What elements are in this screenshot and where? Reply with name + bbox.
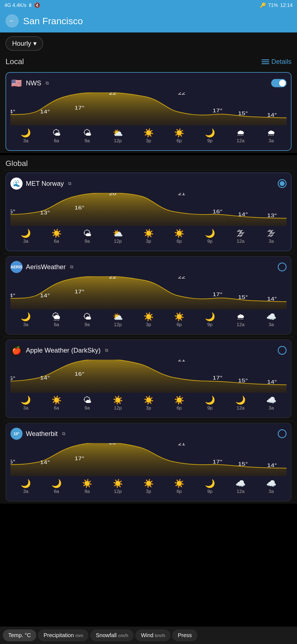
met-icon-6: 🌙9p [194, 229, 225, 244]
wb-icon-4: ☀️3p [133, 479, 164, 494]
apple-icon-6: 🌙9p [194, 396, 225, 411]
aeris-name: AerisWeather [26, 263, 66, 271]
svg-text:14°: 14° [238, 212, 248, 217]
aeris-icon-0: 🌙3a [10, 313, 41, 328]
aeris-radio[interactable] [278, 263, 287, 271]
met-norway-external-icon[interactable]: ⧉ [68, 181, 71, 186]
svg-text:14°: 14° [10, 293, 15, 298]
aeris-source: AERIS AerisWeather ⧉ [10, 261, 73, 273]
nws-logo: 🇺🇸 [10, 77, 23, 89]
weatherbit-source: 10° Weatherbit ⧉ [10, 428, 65, 440]
nws-toggle[interactable] [271, 79, 287, 87]
aeris-card: AERIS AerisWeather ⧉ 14° [6, 256, 292, 335]
met-icon-7: 🌫12a [225, 229, 256, 244]
weatherbit-name: Weatherbit [26, 430, 58, 438]
weatherbit-icons-row: 🌙3a 🌙6a ☀️9a ☀️12p ☀️3p ☀️6p 🌙9p ☁️12a ☁… [10, 477, 287, 496]
apple-icon-4: ☀️3p [133, 396, 164, 411]
apple-logo: 🍎 [10, 344, 23, 356]
nws-icons-row: 🌙3a 🌤6a 🌤9a ⛅12p ☀️3p ☀️6p 🌙9p 🌧12a 🌧3a [10, 127, 287, 146]
status-signal: 4G 4.4K/s ⏸ 🔇 [4, 2, 40, 8]
hourly-button[interactable]: Hourly ▾ [6, 36, 43, 51]
svg-text:15°: 15° [10, 376, 15, 381]
wb-icon-3: ☀️12p [103, 479, 133, 494]
apple-icon-7: 🌙12a [225, 396, 256, 411]
svg-text:21°: 21° [178, 193, 188, 196]
met-norway-chart-svg: 15° 13° 16° 20° 21° 21° 16° 14° 13° [10, 193, 287, 226]
wb-icon-0: 🌙3a [10, 479, 41, 494]
aeris-chart-svg: 14° 14° 17° 22° 23° 22° 17° 15° 14° [10, 276, 287, 309]
weatherbit-card-section: 10° Weatherbit ⧉ 15° [0, 421, 297, 504]
weatherbit-logo: 10° [10, 428, 23, 440]
nws-icon-6: 🌙9p [194, 129, 225, 144]
controls-bar: Hourly ▾ [0, 32, 297, 54]
details-label: Details [271, 58, 292, 66]
svg-text:16°: 16° [213, 209, 222, 214]
wb-icon-2: ☀️9a [72, 479, 103, 494]
nws-icon-3: ⛅12p [103, 129, 133, 144]
aeris-logo: AERIS [10, 261, 23, 273]
back-icon: ← [9, 17, 15, 24]
nws-external-icon[interactable]: ⧉ [46, 81, 49, 86]
met-norway-radio[interactable] [278, 179, 287, 188]
nws-card-section: 🇺🇸 NWS ⧉ [0, 70, 297, 153]
details-button[interactable]: Details [262, 58, 292, 66]
svg-text:16°: 16° [75, 371, 84, 377]
svg-text:22°: 22° [109, 360, 119, 361]
details-icon [262, 59, 269, 64]
status-bar: 4G 4.4K/s ⏸ 🔇 🔑 71% 12:14 [0, 0, 297, 10]
apple-radio[interactable] [278, 346, 287, 355]
svg-text:23°: 23° [144, 276, 153, 277]
local-section-header: Local Details [0, 54, 297, 70]
nws-temp-5: 22° [178, 92, 188, 95]
aeris-external-icon[interactable]: ⧉ [70, 264, 73, 269]
nws-temp-6: 17° [213, 108, 222, 113]
svg-text:14°: 14° [267, 296, 277, 302]
nws-icon-7: 🌧12a [225, 129, 256, 144]
apple-icons-row: 🌙3a ☀️6a 🌤9a ☀️12p ☀️3p ☀️6p 🌙9p 🌙12a ☁️… [10, 394, 287, 413]
apple-icon-3: ☀️12p [103, 396, 133, 411]
nws-temp-8: 14° [267, 112, 277, 118]
dropdown-icon: ▾ [33, 40, 37, 47]
aeris-icon-8: ☁️3a [256, 313, 287, 328]
met-icon-1: ☀️6a [41, 229, 72, 244]
nws-card: 🇺🇸 NWS ⧉ [6, 72, 292, 151]
nws-temp-0: 14° [10, 109, 15, 114]
global-section-header: Global [0, 155, 297, 170]
aeris-card-section: AERIS AerisWeather ⧉ 14° [0, 254, 297, 337]
svg-text:21°: 21° [178, 360, 188, 362]
weatherbit-card: 10° Weatherbit ⧉ 15° [6, 423, 292, 501]
met-norway-logo: 🌊 [10, 178, 23, 190]
met-norway-icons-row: 🌙3a ☀️6a 🌤9a ⛅12p ☀️3p ☀️6p 🌙9p 🌫12a 🌫3a [10, 227, 287, 246]
svg-text:15°: 15° [238, 378, 248, 383]
apple-icon-8: ☁️3a [256, 396, 287, 411]
wb-icon-6: 🌙9p [194, 479, 225, 494]
svg-text:17°: 17° [75, 289, 84, 294]
met-icon-8: 🌫3a [256, 229, 287, 244]
apple-chart-svg: 15° 14° 16° 22° 23° 21° 17° 15° 14° [10, 360, 287, 393]
met-icon-5: ☀️6p [164, 229, 195, 244]
page-title: San Francisco [23, 16, 83, 26]
nws-source: 🇺🇸 NWS ⧉ [10, 77, 49, 89]
met-icon-4: ☀️3p [133, 229, 164, 244]
nws-icon-5: ☀️6p [164, 129, 195, 144]
nws-name: NWS [26, 79, 41, 87]
apple-header: 🍎 Apple Weather (DarkSky) ⧉ [10, 344, 287, 356]
svg-text:21°: 21° [178, 443, 188, 446]
weatherbit-radio[interactable] [278, 429, 287, 438]
svg-text:21°: 21° [144, 193, 153, 194]
apple-icon-1: ☀️6a [41, 396, 72, 411]
svg-text:15°: 15° [10, 209, 15, 214]
wb-icon-8: ☁️3a [256, 479, 287, 494]
weatherbit-chart-svg: 15° 14° 17° 22° 23° 21° 17° 15° 14° [10, 443, 287, 476]
nws-chart: 14° 14° 17° 22° 23° 22° 17° 15° 14° [10, 92, 287, 125]
nws-icon-8: 🌧3a [256, 129, 287, 144]
apple-external-icon[interactable]: ⧉ [105, 348, 108, 353]
back-button[interactable]: ← [6, 14, 19, 28]
aeris-icon-6: 🌙9p [194, 313, 225, 328]
weatherbit-external-icon[interactable]: ⧉ [62, 431, 65, 436]
weatherbit-chart: 15° 14° 17° 22° 23° 21° 17° 15° 14° [10, 443, 287, 476]
key-icon: 🔑 [260, 2, 266, 8]
nws-temp-4: 23° [144, 92, 153, 93]
nws-toggle-knob [279, 80, 286, 86]
svg-text:13°: 13° [267, 213, 277, 218]
